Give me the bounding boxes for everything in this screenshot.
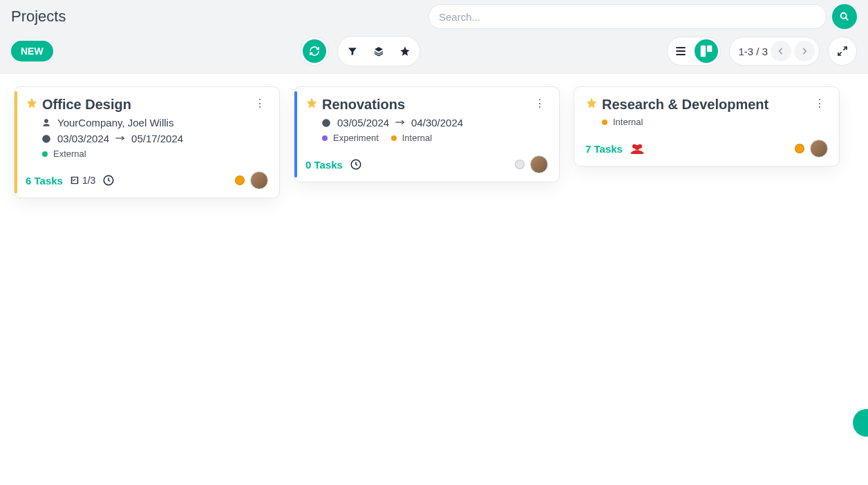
- svg-line-1: [846, 18, 849, 21]
- card-tags-row: ExperimentInternal: [322, 133, 548, 143]
- tag-dot-icon: [42, 151, 48, 157]
- tasks-link[interactable]: 0 Tasks: [305, 159, 343, 171]
- activity-clock-icon[interactable]: [350, 158, 362, 171]
- card-menu-button[interactable]: ⋮: [811, 97, 828, 111]
- status-dot[interactable]: [795, 144, 804, 153]
- tasks-link[interactable]: 6 Tasks: [26, 175, 63, 187]
- card-header: Renovations⋮: [305, 97, 548, 113]
- header: Projects NEW: [0, 0, 868, 73]
- arrow-right-icon: [115, 133, 126, 144]
- header-top-row: Projects: [11, 4, 857, 29]
- list-icon: [674, 44, 688, 58]
- card-title[interactable]: Renovations: [322, 97, 405, 113]
- project-card[interactable]: Renovations⋮03/05/202404/30/2024Experime…: [294, 86, 560, 182]
- card-tags-row: Internal: [602, 117, 828, 127]
- pager: 1-3 / 3: [729, 37, 820, 66]
- card-stripe: [574, 91, 577, 162]
- card-title[interactable]: Office Design: [42, 97, 131, 113]
- card-footer: 0 Tasks: [305, 155, 548, 173]
- tag[interactable]: External: [42, 149, 86, 159]
- star-icon: [399, 46, 411, 57]
- tag-dot-icon: [391, 135, 397, 141]
- avatar[interactable]: [530, 155, 548, 173]
- refresh-container: [300, 37, 329, 66]
- date-start: 03/05/2024: [337, 117, 389, 129]
- pager-next-button[interactable]: [794, 41, 815, 61]
- card-date-row: 03/05/202404/30/2024: [305, 117, 548, 129]
- user-icon: [41, 118, 52, 128]
- card-header: Office Design⋮: [26, 97, 268, 113]
- search-icon: [839, 11, 850, 22]
- milestone-text: 1/3: [82, 175, 95, 186]
- kanban-icon: [699, 44, 714, 59]
- card-tags-row: External: [42, 149, 268, 159]
- expand-icon: [837, 46, 848, 57]
- card-footer: 6 Tasks1/3: [26, 171, 268, 189]
- chevron-left-icon: [776, 46, 786, 56]
- search-container: [428, 4, 857, 29]
- refresh-icon: [309, 46, 320, 57]
- favorites-button[interactable]: [393, 39, 417, 64]
- star-icon[interactable]: [305, 97, 318, 109]
- expand-button[interactable]: [828, 37, 857, 66]
- card-owner-row: YourCompany, Joel Willis: [26, 117, 268, 129]
- project-card[interactable]: Office Design⋮YourCompany, Joel Willis03…: [14, 86, 280, 198]
- tag[interactable]: Experiment: [322, 133, 379, 143]
- group-icon[interactable]: [630, 142, 645, 155]
- card-footer-right: [515, 155, 548, 173]
- view-switcher: [667, 37, 721, 66]
- checkbox-icon: [70, 175, 79, 185]
- status-dot[interactable]: [235, 175, 245, 185]
- tag-dot-icon: [602, 120, 607, 125]
- refresh-button[interactable]: [303, 39, 326, 63]
- chevron-right-icon: [800, 46, 809, 56]
- layers-icon: [373, 46, 384, 57]
- tag-label: External: [53, 149, 86, 159]
- new-button[interactable]: NEW: [11, 41, 53, 61]
- svg-rect-5: [701, 46, 706, 57]
- card-date-row: 03/03/202405/17/2024: [26, 133, 268, 144]
- pager-prev-button[interactable]: [771, 41, 791, 61]
- page-title: Projects: [11, 8, 66, 26]
- header-toolbar: NEW 1: [11, 36, 857, 66]
- card-menu-button[interactable]: ⋮: [531, 97, 548, 111]
- kanban-view-button[interactable]: [695, 39, 718, 63]
- card-stripe: [294, 91, 297, 178]
- search-input[interactable]: [428, 4, 827, 29]
- filter-icon: [347, 46, 358, 57]
- filter-group: [337, 36, 420, 66]
- card-menu-button[interactable]: ⋮: [252, 97, 268, 111]
- avatar[interactable]: [810, 140, 828, 158]
- card-owner-text: YourCompany, Joel Willis: [57, 117, 173, 129]
- tag[interactable]: Internal: [391, 133, 432, 143]
- card-stripe: [15, 91, 17, 193]
- floating-action-button[interactable]: [853, 409, 868, 437]
- clock-icon: [321, 118, 332, 128]
- status-dot[interactable]: [515, 160, 525, 169]
- card-footer-right: [795, 140, 828, 158]
- card-title[interactable]: Research & Development: [602, 97, 768, 113]
- svg-point-0: [841, 13, 847, 19]
- svg-point-17: [634, 145, 639, 150]
- kanban-board: Office Design⋮YourCompany, Joel Willis03…: [0, 73, 868, 211]
- tag[interactable]: Internal: [602, 117, 643, 127]
- card-footer: 7 Tasks: [585, 140, 828, 158]
- arrow-right-icon: [395, 117, 406, 129]
- project-card[interactable]: Research & Development⋮Internal7 Tasks: [574, 86, 840, 167]
- star-icon[interactable]: [585, 97, 598, 109]
- avatar[interactable]: [250, 171, 268, 189]
- svg-rect-6: [707, 46, 712, 52]
- tasks-link[interactable]: 7 Tasks: [585, 143, 623, 155]
- group-by-button[interactable]: [366, 39, 391, 64]
- tag-label: Internal: [613, 117, 643, 127]
- tag-label: Internal: [402, 133, 432, 143]
- filter-button[interactable]: [340, 39, 365, 64]
- activity-clock-icon[interactable]: [102, 174, 115, 187]
- tag-label: Experiment: [333, 133, 379, 143]
- tag-dot-icon: [322, 135, 328, 141]
- search-button[interactable]: [832, 4, 857, 29]
- list-view-button[interactable]: [670, 40, 692, 62]
- milestone-indicator[interactable]: 1/3: [70, 175, 95, 186]
- star-icon[interactable]: [26, 97, 38, 109]
- date-end: 05/17/2024: [131, 133, 183, 144]
